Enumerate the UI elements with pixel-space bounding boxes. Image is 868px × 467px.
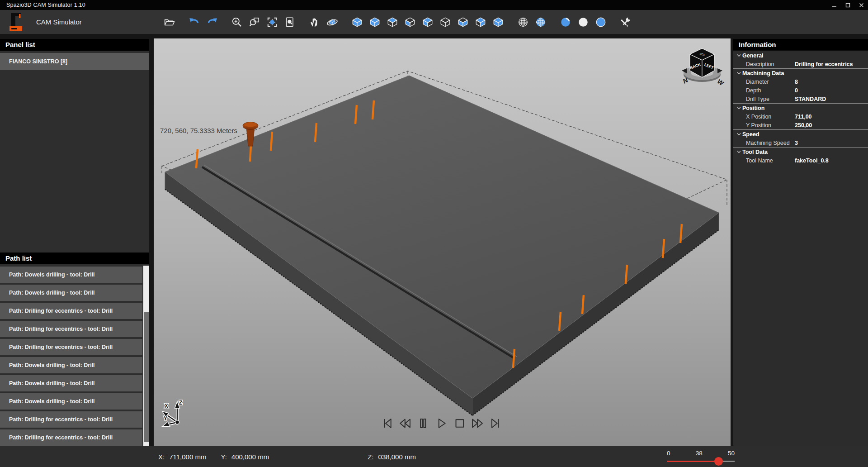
path-list-item[interactable]: Path: Drilling for eccentrics - tool: Dr… xyxy=(0,411,142,428)
scrollbar-thumb[interactable] xyxy=(144,312,149,442)
zoom-window-icon[interactable] xyxy=(246,13,264,31)
info-row[interactable]: Diameter8 xyxy=(733,77,868,86)
stop-button[interactable] xyxy=(452,416,466,430)
path-list-item[interactable]: Path: Drilling for eccentrics - tool: Dr… xyxy=(0,303,142,319)
path-list-item[interactable]: Path: Dowels drilling - tool: Drill xyxy=(0,267,142,283)
left-sidebar: Panel list FIANCO SINISTRO [8] Path list… xyxy=(0,39,149,446)
compass-west: W xyxy=(716,77,726,87)
path-list-item[interactable]: Path: Dowels drilling - tool: Drill xyxy=(0,357,142,373)
chevron-down-icon[interactable] xyxy=(733,133,742,136)
fast-forward-button[interactable] xyxy=(470,416,484,430)
drill-pin xyxy=(626,265,627,284)
globe-wireframe-icon[interactable] xyxy=(514,13,532,31)
simulation-speed-slider: 0 38 50 xyxy=(667,448,735,462)
drill-pin xyxy=(513,349,514,368)
toolbar-icon-strip xyxy=(161,13,642,31)
info-row[interactable]: Tool NamefakeTool_0.8 xyxy=(733,156,868,165)
slider-max-label: 50 xyxy=(728,450,735,457)
slider-track[interactable] xyxy=(667,461,735,462)
play-button[interactable] xyxy=(434,416,448,430)
information-header: Information xyxy=(733,39,868,51)
close-button[interactable] xyxy=(854,0,868,10)
view-cube-right-icon[interactable] xyxy=(472,13,490,31)
info-row[interactable]: DescriptionDrilling for eccentrics xyxy=(733,60,868,68)
slider-thumb[interactable] xyxy=(714,457,723,466)
chevron-down-icon[interactable] xyxy=(733,71,742,75)
info-row[interactable]: Y Position250,00 xyxy=(733,121,868,129)
info-section-header[interactable]: Machining Data xyxy=(733,68,868,77)
machining-scene: 720, 560, 75.3333 Meters xyxy=(154,38,731,446)
title-bar: Spazio3D CAM Simulator 1.10 xyxy=(0,0,868,10)
minimize-button[interactable] xyxy=(827,0,841,10)
info-row[interactable]: Drill TypeSTANDARD xyxy=(733,95,868,103)
path-list-item[interactable]: Path: Dowels drilling - tool: Drill xyxy=(0,393,142,410)
path-list-scrollbar[interactable] xyxy=(143,266,149,446)
drill-pin xyxy=(582,295,584,314)
zoom-preview-icon[interactable] xyxy=(281,13,299,31)
sphere-white-icon[interactable] xyxy=(575,13,592,31)
app-logo-icon xyxy=(5,12,26,33)
info-section-header[interactable]: Position xyxy=(733,103,868,112)
view-cube-shaded-icon[interactable] xyxy=(490,13,507,31)
z-axis-label: Z xyxy=(179,400,182,406)
z-coordinate: Z:038,000 mm xyxy=(368,453,416,461)
zoom-in-icon[interactable] xyxy=(228,13,246,31)
3d-viewport[interactable]: 720, 560, 75.3333 Meters BACK LEFT TOP N… xyxy=(154,38,731,446)
path-list-header: Path list xyxy=(0,253,149,264)
path-list: Path: Dowels drilling - tool: DrillPath:… xyxy=(0,267,142,446)
chevron-down-icon[interactable] xyxy=(733,106,742,110)
path-list-item[interactable]: Path: Drilling for eccentrics - tool: Dr… xyxy=(0,321,142,337)
settings-tools-icon[interactable] xyxy=(617,13,635,31)
rewind-button[interactable] xyxy=(397,416,412,430)
sphere-blue-icon[interactable] xyxy=(592,13,610,31)
open-folder-icon[interactable] xyxy=(161,13,179,31)
pan-hand-icon[interactable] xyxy=(306,13,324,31)
drill-pin xyxy=(196,149,198,168)
view-cube-left-icon[interactable] xyxy=(454,13,472,31)
redo-icon[interactable] xyxy=(203,13,221,31)
maximize-button[interactable] xyxy=(841,0,854,10)
y-axis-label: Y xyxy=(164,415,167,422)
path-list-item[interactable]: Path: Drilling for eccentrics - tool: Dr… xyxy=(0,429,142,446)
view-navigation-cube[interactable]: BACK LEFT TOP N W xyxy=(677,45,727,92)
view-cube-top-icon[interactable] xyxy=(384,13,401,31)
pause-button[interactable] xyxy=(415,416,430,430)
chevron-down-icon[interactable] xyxy=(733,150,742,153)
x-axis-label: X xyxy=(165,403,168,409)
sphere-highlight-icon[interactable] xyxy=(557,13,575,31)
view-cube-solid-icon[interactable] xyxy=(349,13,366,31)
undo-icon[interactable] xyxy=(186,13,203,31)
view-cube-top-half-icon[interactable] xyxy=(419,13,437,31)
globe-shaded-icon[interactable] xyxy=(532,13,550,31)
path-list-item[interactable]: Path: Drilling for eccentrics - tool: Dr… xyxy=(0,339,142,355)
slider-current-value: 38 xyxy=(696,450,703,457)
path-list-item[interactable]: Path: Dowels drilling - tool: Drill xyxy=(0,375,142,391)
view-cube-iso-icon[interactable] xyxy=(366,13,384,31)
skip-end-button[interactable] xyxy=(488,416,502,430)
path-list-item[interactable]: Path: Dowels drilling - tool: Drill xyxy=(0,285,142,301)
simulation-playback-controls xyxy=(379,416,502,430)
drill-pin xyxy=(271,132,272,151)
orbit-cube-icon[interactable] xyxy=(324,13,341,31)
window-title: Spazio3D CAM Simulator 1.10 xyxy=(6,2,85,8)
info-section-header[interactable]: Speed xyxy=(733,129,868,138)
info-section-header[interactable]: General xyxy=(733,51,868,60)
view-cube-front-icon[interactable] xyxy=(401,13,419,31)
app-name: CAM Simulator xyxy=(36,18,82,26)
drill-pin xyxy=(373,100,374,119)
chevron-down-icon[interactable] xyxy=(733,54,742,57)
slider-fill xyxy=(667,461,718,462)
info-section-header[interactable]: Tool Data xyxy=(733,147,868,156)
view-cube-wire-icon[interactable] xyxy=(437,13,454,31)
panel-list-item[interactable]: FIANCO SINISTRO [8] xyxy=(0,53,149,70)
info-row[interactable]: Depth0 xyxy=(733,86,868,95)
drill-pin xyxy=(355,105,357,124)
panel-list-header: Panel list xyxy=(0,39,149,51)
skip-start-button[interactable] xyxy=(379,416,394,430)
coordinate-annotation: 720, 560, 75.3333 Meters xyxy=(160,127,237,134)
drill-pin xyxy=(559,312,561,331)
info-row[interactable]: X Position711,00 xyxy=(733,112,868,121)
zoom-fit-icon[interactable] xyxy=(264,13,281,31)
drill-pin xyxy=(663,239,664,258)
info-row[interactable]: Machining Speed3 xyxy=(733,138,868,147)
